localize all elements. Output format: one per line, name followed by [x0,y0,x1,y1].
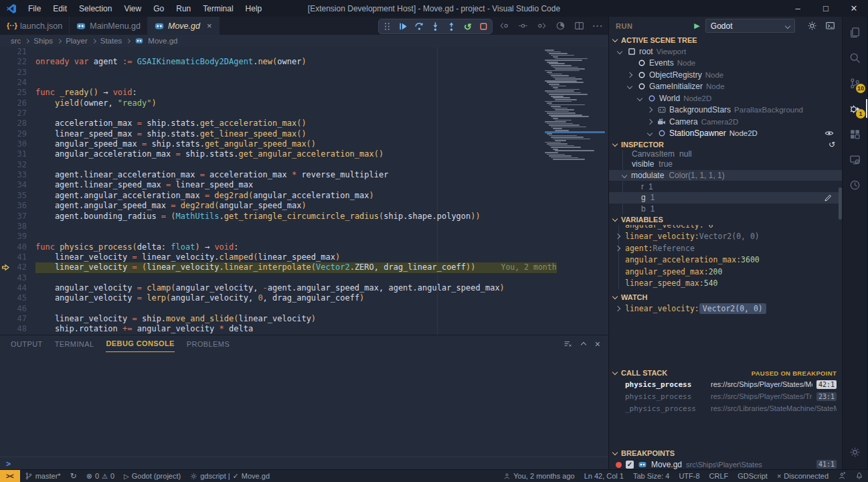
feedback[interactable] [833,470,851,482]
chevron-down-icon[interactable] [627,84,632,89]
encoding[interactable]: UTF-8 [674,470,704,482]
files-activity-icon[interactable] [843,19,867,45]
line-number[interactable]: 39 [0,232,35,242]
breakpoint-item[interactable]: ✓Move.gdsrc\Ships\Player\States41:1 [609,459,842,470]
chevron-right-icon[interactable] [647,107,653,112]
chevron-right-icon[interactable] [615,305,620,311]
variable-linear_velocity[interactable]: linear_velocity: Vector2(0, 0) [609,230,842,242]
remote-monitor-activity-icon[interactable] [843,147,867,172]
tab-mainmenu-gd[interactable]: MainMenu.gd [70,17,148,35]
eye-icon[interactable] [824,129,834,138]
line-number[interactable]: 25 [0,88,35,98]
line-number[interactable]: 46 [0,304,35,314]
debug-console-icon[interactable] [825,21,835,31]
chevron-down-icon[interactable] [622,173,627,178]
tab-launch-json[interactable]: {··}launch.json [0,17,70,35]
chevron-right-icon[interactable] [627,72,632,78]
git-blame[interactable]: You, 2 months ago [499,470,579,482]
inspector-prop-canvasitem[interactable]: CanvasItemnull [609,150,842,159]
stop-button[interactable] [479,21,489,31]
nav-back-icon[interactable] [499,21,509,31]
watch-linear_velocity[interactable]: linear_velocity: Vector2(0, 0) [609,303,842,315]
section-inspector[interactable]: INSPECTOR ↺ [609,139,842,150]
breadcrumb-item[interactable]: Player [66,37,88,45]
close-button[interactable]: ✕ [840,0,868,17]
launch-config-dropdown[interactable]: Godot [705,19,795,33]
chevron-right-icon[interactable] [615,245,620,250]
stack-frame[interactable]: _physics_processres://src/Libraries/Stat… [609,402,842,414]
sidebar-scrollbar[interactable] [839,187,842,220]
run-task[interactable]: ▷Godot (project) [119,470,185,482]
minimap[interactable] [545,50,605,210]
language-status[interactable]: gdscript |✓Move.gd [185,470,274,482]
chevron-down-icon[interactable] [617,49,622,54]
nav-forward-icon[interactable] [537,21,547,31]
scene-node-gameinitializer[interactable]: GameInitializerNode [609,81,842,93]
line-number[interactable]: 45 [0,293,35,303]
godot-connection[interactable]: ×Disconnected [772,470,833,482]
debug-console-input[interactable]: > [0,457,608,470]
line-number[interactable]: 36 [0,201,35,211]
line-number[interactable]: 23 [0,68,35,78]
panel-tab-problems[interactable]: PROBLEMS [187,335,230,352]
more-actions-icon[interactable]: ··· [593,21,603,31]
line-number[interactable]: 22 [0,57,35,67]
line-number[interactable]: 21 [0,47,35,57]
inspector-prop-visible[interactable]: visibletrue [609,159,842,170]
menu-selection[interactable]: Selection [73,0,118,17]
section-call-stack[interactable]: CALL STACK PAUSED ON BREAKPOINT [609,368,842,378]
continue-button[interactable] [398,21,408,31]
git-branch[interactable]: master* [20,470,66,482]
inspector-prop-b[interactable]: b1 [609,204,842,215]
code-editor[interactable]: 2122onready var agent := GSAIKinematicBo… [0,47,608,335]
menu-terminal[interactable]: Terminal [197,0,239,17]
line-number[interactable]: 27 [0,108,35,118]
line-number[interactable]: 44 [0,283,35,293]
chevron-down-icon[interactable] [647,131,653,136]
cursor-position[interactable]: Ln 42, Col 1 [580,470,628,482]
refresh-inspector-icon[interactable]: ↺ [829,140,835,149]
line-number[interactable]: 31 [0,149,35,159]
stack-frame[interactable]: physics_processres://src/Ships/Player/St… [609,390,842,402]
minimize-button[interactable]: – [784,0,812,17]
breakpoint-icon[interactable] [1,253,10,262]
line-number[interactable]: 38 [0,222,35,232]
chevron-right-icon[interactable] [615,234,620,239]
remote-indicator[interactable]: >< [0,470,20,482]
profile-activity-icon[interactable] [843,172,867,197]
line-number[interactable]: 40 [0,242,35,252]
breadcrumb-file[interactable]: Move.gd [148,37,177,45]
inspector-prop-modulate[interactable]: modulateColor(1, 1, 1, 1) [609,170,842,181]
start-debug-icon[interactable]: ▶ [694,21,699,30]
line-number[interactable]: 43 [0,273,35,283]
inspector-prop-r[interactable]: r1 [609,181,842,192]
nav-location-icon[interactable] [518,21,528,31]
line-number[interactable]: 33 [0,170,35,180]
close-panel-icon[interactable]: × [595,339,600,349]
variable-row-clipped[interactable]: angular_velocity: 0 [609,225,842,230]
panel-tab-output[interactable]: OUTPUT [11,335,43,352]
language-mode[interactable]: GDScript [733,470,772,482]
variable-angular_acceleration_max[interactable]: angular_acceleration_max: 3600 [609,254,842,266]
maximize-panel-icon[interactable] [581,342,586,347]
scene-node-root[interactable]: rootViewport [609,46,842,58]
line-number[interactable]: 28 [0,118,35,129]
variable-angular_speed_max[interactable]: angular_speed_max: 200 [609,266,842,278]
line-number[interactable]: 29 [0,129,35,139]
panel-tab-debug-console[interactable]: DEBUG CONSOLE [106,335,174,352]
inspector-prop-g[interactable]: g1 [609,192,842,204]
section-breakpoints[interactable]: BREAKPOINTS [609,448,842,459]
pencil-icon[interactable] [824,193,833,202]
line-number[interactable]: 47 [0,314,35,324]
section-active-scene-tree[interactable]: ACTIVE SCENE TREE [609,35,842,46]
menu-go[interactable]: Go [147,0,170,17]
scene-node-objectregistry[interactable]: ObjectRegistryNode [609,69,842,81]
problems[interactable]: ⊗0⚠0 [82,470,119,482]
scene-node-world[interactable]: WorldNode2D [609,92,842,104]
variable-agent[interactable]: agent: Reference [609,242,842,254]
debug-activity-icon[interactable]: 1 [843,96,867,121]
source-control-activity-icon[interactable]: 10 [843,70,867,96]
section-watch[interactable]: WATCH [609,292,842,303]
chevron-right-icon[interactable] [647,119,653,125]
menu-help[interactable]: Help [240,0,268,17]
